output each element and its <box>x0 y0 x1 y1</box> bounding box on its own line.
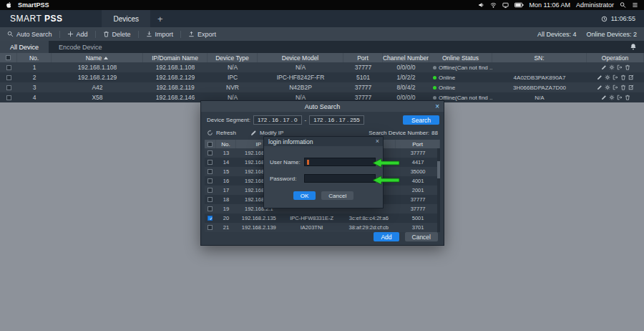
search-result-row[interactable]: 21192.168.2.139IA203TNI38:af:29:2d:cf:cb… <box>205 223 440 232</box>
row-checkbox[interactable] <box>208 150 213 155</box>
import-icon <box>146 31 152 37</box>
column-header[interactable]: No. <box>221 141 230 148</box>
delete-button[interactable]: Delete <box>96 27 138 41</box>
device-row[interactable]: 1192.168.1.108192.168.1.108N/AN/A377770/… <box>0 62 644 72</box>
username-input[interactable] <box>304 158 376 166</box>
delete-icon[interactable] <box>620 75 626 80</box>
menubar-user[interactable]: Administrator <box>576 1 614 9</box>
delete-icon[interactable] <box>620 85 626 90</box>
row-checkbox[interactable] <box>208 197 213 202</box>
import-button[interactable]: Import <box>139 27 181 41</box>
row-checkbox[interactable] <box>6 85 11 90</box>
row-checkbox[interactable] <box>208 216 213 221</box>
battery-icon[interactable] <box>514 2 524 8</box>
online-dot-icon <box>433 76 436 80</box>
tab-encode-device[interactable]: Encode Device <box>49 41 112 53</box>
column-header[interactable]: No. <box>29 54 39 62</box>
settings-icon[interactable] <box>605 75 610 80</box>
select-all-checkbox[interactable] <box>6 55 11 60</box>
auto-search-button[interactable]: Auto Search <box>0 27 59 41</box>
export-button[interactable]: Export <box>181 27 223 41</box>
app-titlebar: SMART PSS Devices + 11:06:55 <box>0 10 644 27</box>
device-row[interactable]: 3A42192.168.2.119NVRN42B2P377778/0/4/2On… <box>0 82 644 92</box>
row-checkbox[interactable] <box>208 169 213 174</box>
column-header[interactable]: IP/Domain Name <box>152 54 198 62</box>
cell-ip: 192.168.2.139 <box>236 223 282 232</box>
close-icon[interactable]: × <box>435 102 439 111</box>
logout-icon[interactable] <box>617 64 623 70</box>
column-header[interactable]: Device Type <box>215 54 249 62</box>
cell-model: N/A <box>258 62 343 72</box>
edit-icon[interactable] <box>601 95 607 100</box>
logout-icon[interactable] <box>613 75 618 80</box>
refresh-label[interactable]: Refresh <box>216 130 236 136</box>
column-header[interactable]: SN: <box>534 54 544 62</box>
new-tab-button[interactable]: + <box>157 14 163 24</box>
row-checkbox[interactable] <box>208 225 213 230</box>
column-header[interactable]: Operation <box>602 54 628 62</box>
notification-center-icon[interactable] <box>632 1 638 9</box>
add-button-modal[interactable]: Add <box>374 232 399 241</box>
add-button[interactable]: Add <box>60 27 95 41</box>
cell-no: 19 <box>216 204 236 214</box>
row-checkbox[interactable] <box>208 160 213 165</box>
delete-icon[interactable] <box>625 64 630 70</box>
delete-icon[interactable] <box>625 95 630 100</box>
cell-ip: 192.168.2.135 <box>236 214 282 223</box>
close-icon[interactable]: × <box>376 137 379 146</box>
column-header[interactable]: Channel Number <box>383 54 429 62</box>
menubar-datetime[interactable]: Mon 11:06 AM <box>530 1 570 9</box>
segment-end-input[interactable]: 172 . 16 . 17 . 255 <box>309 115 364 125</box>
refresh-icon[interactable] <box>207 130 213 136</box>
search-result-row[interactable]: 20192.168.2.135IPC-HFW8331E-Z3c:ef:8c:c4… <box>205 214 440 223</box>
edit-icon[interactable] <box>601 64 607 70</box>
column-header[interactable]: Port <box>357 54 369 62</box>
operation-cell <box>587 72 644 82</box>
device-segment-label: Device Segment: <box>207 117 250 123</box>
ok-button[interactable]: OK <box>293 191 316 200</box>
edit-icon[interactable] <box>597 85 602 90</box>
scrollbar-thumb[interactable] <box>437 161 440 178</box>
settings-icon[interactable] <box>605 85 610 90</box>
row-checkbox[interactable] <box>208 206 213 211</box>
row-checkbox[interactable] <box>208 188 213 193</box>
volume-icon[interactable] <box>478 1 484 9</box>
tab-all-device[interactable]: All Device <box>0 41 49 53</box>
settings-icon[interactable] <box>609 95 615 100</box>
row-checkbox[interactable] <box>208 178 213 183</box>
password-input[interactable] <box>304 174 376 183</box>
sort-asc-icon[interactable] <box>104 57 108 59</box>
column-header[interactable]: IP <box>256 141 262 148</box>
row-checkbox[interactable] <box>6 65 11 70</box>
apple-logo-icon[interactable] <box>6 1 12 9</box>
column-header[interactable]: Port <box>412 141 423 148</box>
cell-ip: 192.168.1.108 <box>143 62 208 72</box>
cancel-button-login[interactable]: Cancel <box>321 191 353 200</box>
smartpss-window: SMART PSS Devices + 11:06:55 Auto Search… <box>0 10 644 102</box>
spotlight-icon[interactable] <box>620 1 626 9</box>
menubar-app-name[interactable]: SmartPSS <box>18 1 49 9</box>
column-header[interactable]: Online Status <box>442 54 479 62</box>
modify-ip-button[interactable]: Modify IP <box>250 130 283 136</box>
modify-icon[interactable] <box>628 85 634 90</box>
segment-start-input[interactable]: 172 . 16 . 17 . 0 <box>253 115 302 125</box>
tab-devices[interactable]: Devices <box>102 10 150 27</box>
logout-icon[interactable] <box>617 95 623 100</box>
select-all-checkbox[interactable] <box>208 142 213 147</box>
cancel-button-modal[interactable]: Cancel <box>405 232 438 241</box>
device-row[interactable]: 2192.168.2.129192.168.2.129IPCIPC-HF8242… <box>0 72 644 82</box>
column-header[interactable]: Device Model <box>282 54 319 62</box>
scrollbar[interactable] <box>437 148 440 232</box>
wifi-icon[interactable] <box>490 1 497 9</box>
edit-icon[interactable] <box>597 75 602 80</box>
settings-icon[interactable] <box>609 64 615 70</box>
row-checkbox[interactable] <box>6 95 11 100</box>
column-header[interactable]: Name <box>86 54 102 62</box>
bell-icon[interactable] <box>630 43 637 50</box>
cell-sn <box>492 62 587 72</box>
logout-icon[interactable] <box>613 85 618 90</box>
display-icon[interactable] <box>502 1 509 9</box>
row-checkbox[interactable] <box>6 75 11 80</box>
search-button[interactable]: Search <box>403 115 439 125</box>
modify-icon[interactable] <box>628 75 634 80</box>
